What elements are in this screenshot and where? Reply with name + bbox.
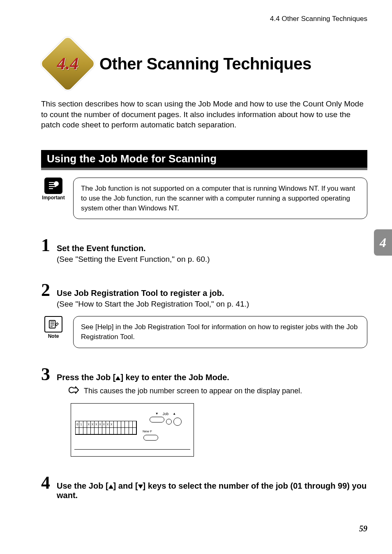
lcd-cell bbox=[114, 428, 118, 434]
step-heading: Use Job Registration Tool to register a … bbox=[57, 289, 367, 298]
panel-button bbox=[166, 419, 172, 425]
down-triangle-icon: ▼ bbox=[155, 412, 159, 416]
note-label: Note bbox=[41, 333, 66, 339]
panel-button bbox=[150, 417, 164, 422]
step-number: 2 bbox=[41, 281, 53, 299]
lcd-cell bbox=[118, 421, 121, 428]
note-callout: Note See [Help] in the Job Registration … bbox=[41, 316, 367, 348]
lcd-cell bbox=[91, 428, 95, 434]
lcd-cell bbox=[129, 428, 133, 434]
step-subtext: (See "Setting the Event Function," on p.… bbox=[57, 255, 367, 264]
note-icon: Note bbox=[41, 316, 66, 339]
step-head-pre: Press the Job [ bbox=[57, 373, 115, 382]
display-panel-diagram: 01 XXXXXXX ▼Job▲ New F bbox=[71, 403, 194, 457]
step-2: 2 Use Job Registration Tool to register … bbox=[41, 281, 367, 309]
title-block: 4.4 Other Scanning Techniques bbox=[41, 37, 367, 90]
lcd-cell bbox=[102, 428, 106, 434]
up-triangle-icon: ▲ bbox=[173, 412, 176, 416]
step-heading: Set the Event function. bbox=[57, 244, 367, 253]
lcd-cell: X bbox=[110, 421, 113, 428]
svg-rect-0 bbox=[49, 321, 55, 328]
newfile-label: New F bbox=[143, 429, 152, 433]
step-heading: Press the Job [] key to enter the Job Mo… bbox=[57, 373, 367, 382]
section-heading: Using the Job Mode for Scanning bbox=[41, 150, 367, 170]
panel-button bbox=[143, 435, 158, 441]
lcd-cell: X bbox=[106, 421, 110, 428]
important-icon: Important bbox=[41, 178, 66, 201]
lcd-cell: 1 bbox=[79, 421, 83, 428]
lcd-cell bbox=[83, 428, 87, 434]
lcd-cell bbox=[79, 428, 83, 434]
lcd-cell: X bbox=[102, 421, 106, 428]
lcd-cell bbox=[110, 428, 113, 434]
lcd-cell: X bbox=[99, 421, 102, 428]
running-header: 4.4 Other Scanning Techniques bbox=[270, 15, 367, 23]
lcd-cell: X bbox=[87, 421, 91, 428]
step-result: This causes the job number screen to app… bbox=[68, 386, 367, 396]
down-triangle-icon bbox=[138, 485, 143, 489]
lcd-cell bbox=[106, 428, 110, 434]
step-head-post: ] key to enter the Job Mode. bbox=[120, 373, 229, 382]
lcd-cell bbox=[95, 428, 98, 434]
lcd-cell bbox=[121, 428, 125, 434]
step-3: 3 Press the Job [] key to enter the Job … bbox=[41, 365, 367, 457]
step-1: 1 Set the Event function. (See "Setting … bbox=[41, 236, 367, 264]
step-number: 1 bbox=[41, 236, 53, 254]
lcd-cell bbox=[133, 421, 136, 428]
step-number: 3 bbox=[41, 365, 53, 383]
intro-paragraph: This section describes how to scan using… bbox=[41, 99, 367, 130]
lcd-cell bbox=[83, 421, 87, 428]
lcd-cell bbox=[76, 428, 79, 434]
section-number-diamond: 4.4 bbox=[41, 37, 95, 90]
page-number: 59 bbox=[359, 524, 367, 533]
chapter-tab: 4 bbox=[374, 229, 392, 256]
lcd-cell bbox=[118, 428, 121, 434]
lcd-cell bbox=[99, 428, 102, 434]
button-area: ▼Job▲ New F bbox=[141, 412, 190, 443]
step-4: 4 Use the Job [] and [] keys to select t… bbox=[41, 474, 367, 500]
step-number: 4 bbox=[41, 474, 53, 492]
step-subtext: (See "How to Start the Job Registration … bbox=[57, 300, 367, 309]
important-label: Important bbox=[41, 195, 66, 201]
result-text: This causes the job number screen to app… bbox=[84, 387, 302, 395]
lcd-cell bbox=[87, 428, 91, 434]
lcd-screen: 01 XXXXXXX bbox=[75, 421, 137, 435]
lcd-cell: 0 bbox=[76, 421, 79, 428]
lcd-cell bbox=[121, 421, 125, 428]
job-label: Job bbox=[163, 412, 169, 416]
lcd-cell bbox=[125, 421, 129, 428]
important-text: The Job function is not supported on a c… bbox=[73, 178, 367, 219]
result-arrow-icon bbox=[68, 386, 79, 396]
lcd-cell bbox=[114, 421, 118, 428]
step-head-mid: ] and [ bbox=[113, 481, 138, 490]
lcd-cell bbox=[125, 428, 129, 434]
lcd-cell: X bbox=[91, 421, 95, 428]
important-callout: Important The Job function is not suppor… bbox=[41, 178, 367, 219]
lcd-cell: X bbox=[95, 421, 98, 428]
lcd-cell bbox=[133, 428, 136, 434]
lcd-cell bbox=[129, 421, 133, 428]
section-number: 4.4 bbox=[41, 37, 95, 90]
page-title: Other Scanning Techniques bbox=[99, 55, 311, 73]
panel-button bbox=[173, 418, 182, 426]
step-heading: Use the Job [] and [] keys to select the… bbox=[57, 481, 367, 500]
note-text: See [Help] in the Job Registration Tool … bbox=[73, 316, 367, 348]
step-head-pre: Use the Job [ bbox=[57, 481, 108, 490]
up-triangle-icon bbox=[108, 485, 113, 489]
up-triangle-icon bbox=[115, 376, 120, 380]
